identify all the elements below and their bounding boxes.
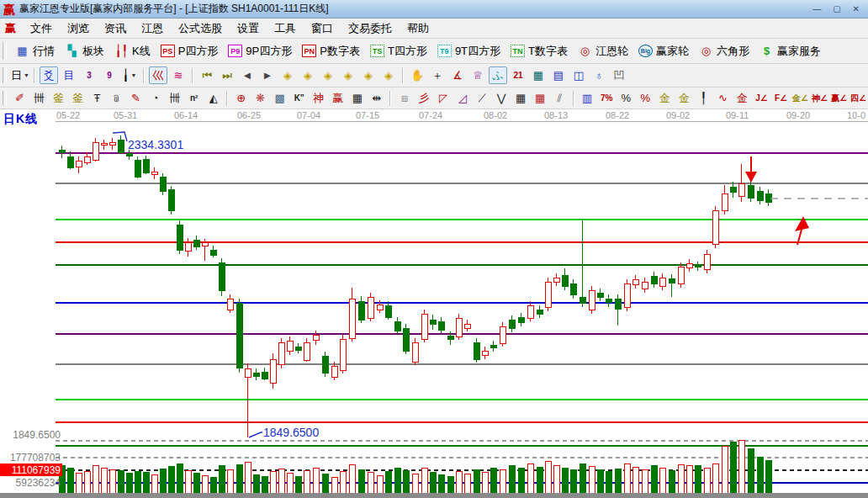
menu-item-浏览[interactable]: 浏览 [60, 19, 97, 38]
ying-angle-tool[interactable]: 赢∠ [830, 89, 848, 107]
gann-tool-button[interactable]: ♕ [468, 66, 487, 84]
menu-item-工具[interactable]: 工具 [267, 19, 304, 38]
fan-box-tool-2[interactable]: ◿ [453, 89, 471, 107]
trend-pencil-tool[interactable]: ⟋ [473, 89, 490, 107]
box-frame-tool[interactable]: ⧈ [395, 89, 413, 107]
expand-xy-button[interactable]: ◈ [359, 66, 378, 84]
shen-angle-tool[interactable]: 神∠ [811, 89, 828, 107]
shen-tool[interactable]: 神 [310, 89, 327, 107]
calculator-button[interactable]: ▦ [529, 66, 548, 84]
gold-lines-tool[interactable]: 金 [675, 89, 693, 107]
red-grid-tool[interactable]: ▦ [532, 89, 549, 107]
kline-button[interactable]: ╽╿K线 [109, 42, 156, 61]
kline-chart-area[interactable]: 日K线 05-2205-3106-1406-2507-0407-1507-240… [0, 109, 868, 498]
t-square-button[interactable]: TST四方形 [365, 42, 432, 61]
t-digit-table-button[interactable]: TNT数字表 [505, 42, 573, 61]
candle-style-selector[interactable]: ╽▼ [120, 66, 139, 84]
fine-grid-tool[interactable]: ▦ [512, 89, 530, 107]
maximize-icon[interactable]: ▢ [833, 1, 840, 18]
gann-compass-tool[interactable]: ⊕ [232, 89, 250, 107]
candlestick-chart[interactable]: 05-2205-3106-1406-2507-0407-1507-2408-02… [0, 109, 868, 498]
menu-item-江恩[interactable]: 江恩 [134, 19, 171, 38]
reset-view-button[interactable]: ◈ [379, 66, 398, 84]
crosshair-tool-button[interactable]: ＋ [428, 66, 447, 84]
gold-circle-tool[interactable]: 金 [656, 89, 674, 107]
winner-wheel-button[interactable]: Big赢家轮 [633, 42, 694, 61]
spider-web-tool[interactable]: ❋ [251, 89, 269, 107]
first-bar-button[interactable]: ⏮ [198, 66, 216, 84]
9t-square-button[interactable]: T99T四方形 [432, 42, 505, 61]
red-pencil-tool[interactable]: ✎ [127, 89, 145, 107]
network-button[interactable]: ♁ [590, 66, 608, 84]
spiral-tool[interactable]: ﹫ [108, 89, 125, 107]
workstation-button[interactable]: 凹 [610, 66, 628, 84]
si-angle-tool[interactable]: 四∠ [849, 89, 867, 107]
grow-x-button[interactable]: ◈ [299, 66, 317, 84]
menu-item-交易委托[interactable]: 交易委托 [341, 19, 400, 38]
gold-underline-tool[interactable]: 金 [733, 89, 751, 107]
next-bar-button[interactable]: ► [258, 66, 277, 84]
comb-grid-tool-2[interactable]: 卌 [166, 89, 183, 107]
cycle-clock-tool[interactable]: ◔ [146, 89, 164, 107]
shrink-x-button[interactable]: ◈ [278, 66, 297, 84]
percent-tool[interactable]: % [617, 89, 635, 107]
gold-gate-tool-2[interactable]: 釜 [69, 89, 87, 107]
speed-fan-tool[interactable]: 彡 [415, 89, 432, 107]
info-note-button[interactable]: 目 [60, 66, 78, 84]
expand-x-button[interactable]: ◈ [319, 66, 337, 84]
stats-table-tool[interactable]: ▥ [579, 89, 596, 107]
hexagon-button[interactable]: ◎六角形 [694, 42, 754, 61]
angle-set-tool[interactable]: ◭ [204, 89, 222, 107]
last-bar-button[interactable]: ⏭ [218, 66, 236, 84]
candle-marker-tool[interactable]: ╿ [695, 89, 712, 107]
gann-wheel-button[interactable]: ◎江恩轮 [573, 42, 633, 61]
percent-line-tool[interactable]: % [637, 89, 654, 107]
9p-square-button[interactable]: P99P四方形 [223, 42, 297, 61]
calendar-button[interactable]: 21 [509, 66, 527, 84]
quotes-button[interactable]: ▦行情 [10, 42, 60, 61]
paint-brush-tool[interactable]: ✐ [11, 89, 29, 107]
wave3-indicator-button[interactable]: 3 [80, 66, 98, 84]
f-ruler-tool[interactable]: Ŧ [88, 89, 106, 107]
scribble-tool-button[interactable]: ふ [489, 66, 507, 84]
hand-tool-button[interactable]: ✋ [408, 66, 426, 84]
grid-123-tool[interactable]: ▦ [348, 89, 366, 107]
compress-xy-button[interactable]: ◈ [339, 66, 357, 84]
parallel-lines-tool[interactable]: ⫽ [551, 89, 569, 107]
angle-measure-button[interactable]: ∡ [448, 66, 467, 84]
menu-item-资讯[interactable]: 资讯 [97, 19, 134, 38]
gold-gate-tool-1[interactable]: 釜 [50, 89, 67, 107]
pattern-overlay-toggle[interactable]: 巛 [149, 66, 167, 84]
report-notes-button[interactable]: ▤ [549, 66, 568, 84]
save-button[interactable]: ◫ [569, 66, 588, 84]
minimize-icon[interactable]: — [812, 1, 821, 18]
j-angle-tool[interactable]: J∠ [753, 89, 770, 107]
close-icon[interactable]: ✕ [853, 1, 860, 18]
web-box-tool[interactable]: ▩ [271, 89, 288, 107]
p-digit-table-button[interactable]: PNP数字表 [297, 42, 365, 61]
gold-angle-tool[interactable]: 金∠ [791, 89, 809, 107]
period-day-selector[interactable]: 日▼ [11, 66, 29, 84]
k-quote-tool[interactable]: K” [290, 89, 308, 107]
comb-grid-tool[interactable]: 卌 [30, 89, 48, 107]
f-angle-tool[interactable]: F∠ [772, 89, 790, 107]
volume-profile-button[interactable]: ≋ [169, 66, 188, 84]
zigzag-overlay-toggle[interactable]: 爻 [40, 66, 58, 84]
v-wave-tool[interactable]: ⋁ [493, 89, 511, 107]
winner-service-button[interactable]: $赢家服务 [754, 42, 826, 61]
wave9-indicator-button[interactable]: 9 [100, 66, 119, 84]
sectors-button[interactable]: ▚板块 [60, 42, 109, 61]
p-square-button[interactable]: PSP四方形 [156, 42, 224, 61]
menu-item-帮助[interactable]: 帮助 [400, 19, 437, 38]
wave-channel-tool[interactable]: ∿ [714, 89, 732, 107]
n-squared-tool[interactable]: n² [185, 89, 203, 107]
menu-item-窗口[interactable]: 窗口 [304, 19, 341, 38]
horizontal-scrollbar[interactable] [0, 493, 868, 498]
percent7-tool[interactable]: 7% [598, 89, 616, 107]
menu-item-文件[interactable]: 文件 [23, 19, 60, 38]
span-measure-tool[interactable]: ⇹ [368, 89, 385, 107]
prev-bar-button[interactable]: ◄ [238, 66, 257, 84]
menu-item-公式选股[interactable]: 公式选股 [171, 19, 230, 38]
menu-item-设置[interactable]: 设置 [230, 19, 267, 38]
ying-tool[interactable]: 赢 [329, 89, 347, 107]
